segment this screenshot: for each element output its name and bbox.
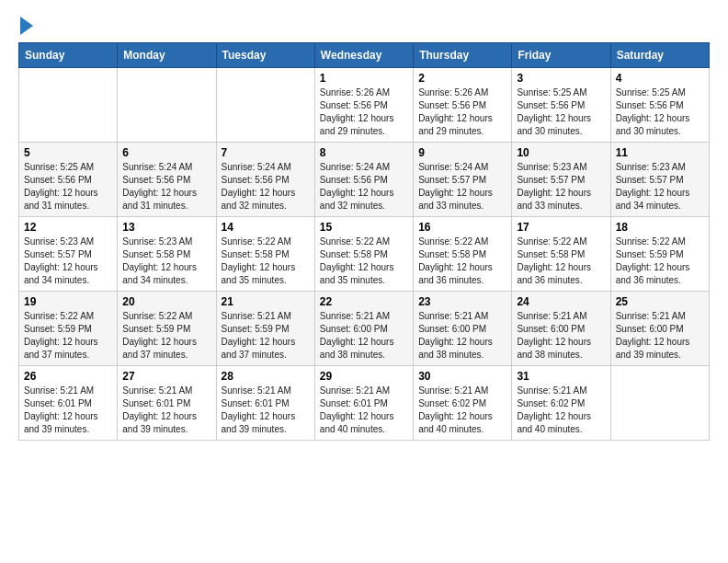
calendar-cell: 7Sunrise: 5:24 AM Sunset: 5:56 PM Daylig…	[216, 143, 314, 217]
day-number: 21	[222, 295, 310, 308]
calendar-cell: 1Sunrise: 5:26 AM Sunset: 5:56 PM Daylig…	[314, 68, 413, 143]
day-info: Sunrise: 5:23 AM Sunset: 5:57 PM Dayligh…	[24, 236, 112, 287]
calendar-cell: 11Sunrise: 5:23 AM Sunset: 5:57 PM Dayli…	[610, 143, 709, 217]
day-info: Sunrise: 5:24 AM Sunset: 5:56 PM Dayligh…	[122, 161, 210, 213]
day-info: Sunrise: 5:25 AM Sunset: 5:56 PM Dayligh…	[24, 161, 112, 213]
day-info: Sunrise: 5:22 AM Sunset: 5:58 PM Dayligh…	[418, 236, 506, 287]
calendar-cell: 28Sunrise: 5:21 AM Sunset: 6:01 PM Dayli…	[216, 366, 314, 441]
weekday-header-saturday: Saturday	[610, 43, 709, 68]
day-info: Sunrise: 5:26 AM Sunset: 5:56 PM Dayligh…	[320, 86, 408, 138]
day-number: 20	[122, 295, 210, 308]
day-info: Sunrise: 5:21 AM Sunset: 6:01 PM Dayligh…	[24, 385, 112, 436]
day-number: 16	[418, 221, 506, 234]
day-number: 31	[517, 370, 605, 383]
calendar-cell: 31Sunrise: 5:21 AM Sunset: 6:02 PM Dayli…	[512, 366, 610, 441]
day-info: Sunrise: 5:21 AM Sunset: 6:00 PM Dayligh…	[418, 310, 506, 362]
calendar-cell: 14Sunrise: 5:22 AM Sunset: 5:58 PM Dayli…	[216, 217, 314, 292]
day-number: 4	[616, 72, 704, 85]
calendar-cell: 18Sunrise: 5:22 AM Sunset: 5:59 PM Dayli…	[610, 217, 709, 292]
day-info: Sunrise: 5:26 AM Sunset: 5:56 PM Dayligh…	[418, 86, 506, 138]
calendar-cell: 16Sunrise: 5:22 AM Sunset: 5:58 PM Dayli…	[414, 217, 512, 292]
day-number: 14	[222, 221, 310, 234]
day-number: 26	[24, 370, 112, 383]
day-number: 30	[418, 370, 506, 383]
day-info: Sunrise: 5:22 AM Sunset: 5:58 PM Dayligh…	[320, 236, 408, 287]
day-info: Sunrise: 5:25 AM Sunset: 5:56 PM Dayligh…	[616, 86, 704, 138]
day-number: 29	[320, 370, 408, 383]
day-number: 2	[418, 72, 506, 85]
calendar-cell: 24Sunrise: 5:21 AM Sunset: 6:00 PM Dayli…	[512, 292, 610, 366]
calendar-cell: 25Sunrise: 5:21 AM Sunset: 6:00 PM Dayli…	[610, 292, 709, 366]
day-info: Sunrise: 5:24 AM Sunset: 5:57 PM Dayligh…	[418, 161, 506, 213]
day-number: 24	[517, 295, 605, 308]
calendar-cell	[118, 68, 216, 143]
calendar-table: SundayMondayTuesdayWednesdayThursdayFrid…	[18, 42, 710, 441]
day-number: 22	[320, 295, 408, 308]
day-number: 13	[122, 221, 210, 234]
page-header	[18, 15, 710, 35]
day-number: 7	[222, 146, 310, 159]
day-number: 8	[320, 146, 408, 159]
day-number: 6	[122, 146, 210, 159]
calendar-week-1: 1Sunrise: 5:26 AM Sunset: 5:56 PM Daylig…	[19, 68, 710, 143]
calendar-cell: 27Sunrise: 5:21 AM Sunset: 6:01 PM Dayli…	[118, 366, 216, 441]
calendar-cell: 5Sunrise: 5:25 AM Sunset: 5:56 PM Daylig…	[19, 143, 118, 217]
weekday-header-wednesday: Wednesday	[314, 43, 413, 68]
day-info: Sunrise: 5:21 AM Sunset: 6:01 PM Dayligh…	[122, 385, 210, 436]
logo-arrow-icon	[20, 17, 33, 35]
day-info: Sunrise: 5:22 AM Sunset: 5:59 PM Dayligh…	[24, 310, 112, 362]
day-number: 5	[24, 146, 112, 159]
calendar-cell: 23Sunrise: 5:21 AM Sunset: 6:00 PM Dayli…	[414, 292, 512, 366]
calendar-cell: 2Sunrise: 5:26 AM Sunset: 5:56 PM Daylig…	[414, 68, 512, 143]
calendar-cell	[19, 68, 118, 143]
calendar-cell: 3Sunrise: 5:25 AM Sunset: 5:56 PM Daylig…	[512, 68, 610, 143]
day-number: 17	[517, 221, 605, 234]
calendar-cell	[610, 366, 709, 441]
day-number: 1	[320, 72, 408, 85]
day-info: Sunrise: 5:24 AM Sunset: 5:56 PM Dayligh…	[222, 161, 310, 213]
calendar-week-5: 26Sunrise: 5:21 AM Sunset: 6:01 PM Dayli…	[19, 366, 710, 441]
calendar-cell: 17Sunrise: 5:22 AM Sunset: 5:58 PM Dayli…	[512, 217, 610, 292]
weekday-header-thursday: Thursday	[414, 43, 512, 68]
day-info: Sunrise: 5:21 AM Sunset: 6:00 PM Dayligh…	[320, 310, 408, 362]
day-number: 25	[616, 295, 704, 308]
day-info: Sunrise: 5:22 AM Sunset: 5:58 PM Dayligh…	[222, 236, 310, 287]
calendar-cell: 10Sunrise: 5:23 AM Sunset: 5:57 PM Dayli…	[512, 143, 610, 217]
day-number: 11	[616, 146, 704, 159]
day-info: Sunrise: 5:21 AM Sunset: 5:59 PM Dayligh…	[222, 310, 310, 362]
day-info: Sunrise: 5:25 AM Sunset: 5:56 PM Dayligh…	[517, 86, 605, 138]
day-info: Sunrise: 5:23 AM Sunset: 5:57 PM Dayligh…	[616, 161, 704, 213]
calendar-header-row: SundayMondayTuesdayWednesdayThursdayFrid…	[19, 43, 710, 68]
calendar-cell: 4Sunrise: 5:25 AM Sunset: 5:56 PM Daylig…	[610, 68, 709, 143]
calendar-cell: 13Sunrise: 5:23 AM Sunset: 5:58 PM Dayli…	[118, 217, 216, 292]
weekday-header-sunday: Sunday	[19, 43, 118, 68]
day-info: Sunrise: 5:22 AM Sunset: 5:58 PM Dayligh…	[517, 236, 605, 287]
weekday-header-tuesday: Tuesday	[216, 43, 314, 68]
weekday-header-monday: Monday	[118, 43, 216, 68]
calendar-cell: 19Sunrise: 5:22 AM Sunset: 5:59 PM Dayli…	[19, 292, 118, 366]
calendar-week-2: 5Sunrise: 5:25 AM Sunset: 5:56 PM Daylig…	[19, 143, 710, 217]
day-info: Sunrise: 5:21 AM Sunset: 6:01 PM Dayligh…	[222, 385, 310, 436]
day-number: 27	[122, 370, 210, 383]
calendar-cell: 9Sunrise: 5:24 AM Sunset: 5:57 PM Daylig…	[414, 143, 512, 217]
calendar-cell: 26Sunrise: 5:21 AM Sunset: 6:01 PM Dayli…	[19, 366, 118, 441]
calendar-cell: 6Sunrise: 5:24 AM Sunset: 5:56 PM Daylig…	[118, 143, 216, 217]
day-info: Sunrise: 5:21 AM Sunset: 6:02 PM Dayligh…	[517, 385, 605, 436]
calendar-cell: 21Sunrise: 5:21 AM Sunset: 5:59 PM Dayli…	[216, 292, 314, 366]
day-number: 19	[24, 295, 112, 308]
day-number: 18	[616, 221, 704, 234]
calendar-week-4: 19Sunrise: 5:22 AM Sunset: 5:59 PM Dayli…	[19, 292, 710, 366]
day-info: Sunrise: 5:23 AM Sunset: 5:58 PM Dayligh…	[122, 236, 210, 287]
day-info: Sunrise: 5:24 AM Sunset: 5:56 PM Dayligh…	[320, 161, 408, 213]
day-info: Sunrise: 5:21 AM Sunset: 6:02 PM Dayligh…	[418, 385, 506, 436]
calendar-cell: 8Sunrise: 5:24 AM Sunset: 5:56 PM Daylig…	[314, 143, 413, 217]
day-info: Sunrise: 5:23 AM Sunset: 5:57 PM Dayligh…	[517, 161, 605, 213]
calendar-cell: 30Sunrise: 5:21 AM Sunset: 6:02 PM Dayli…	[414, 366, 512, 441]
day-number: 23	[418, 295, 506, 308]
logo	[18, 15, 33, 35]
day-number: 28	[222, 370, 310, 383]
day-number: 10	[517, 146, 605, 159]
day-info: Sunrise: 5:22 AM Sunset: 5:59 PM Dayligh…	[616, 236, 704, 287]
calendar-cell: 22Sunrise: 5:21 AM Sunset: 6:00 PM Dayli…	[314, 292, 413, 366]
day-number: 3	[517, 72, 605, 85]
